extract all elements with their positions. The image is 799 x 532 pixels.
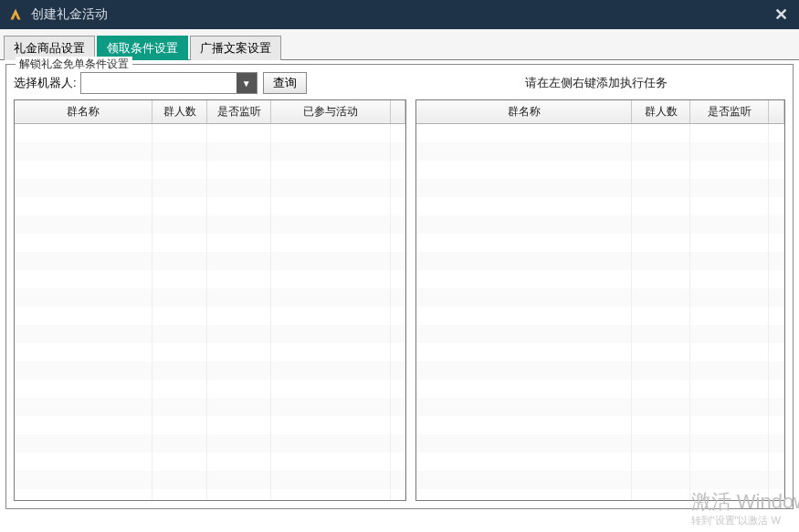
table-cell <box>152 234 207 252</box>
table-cell <box>632 380 690 398</box>
dropdown-icon[interactable]: ▼ <box>237 73 257 93</box>
table-cell <box>152 252 207 270</box>
table-row[interactable] <box>416 179 784 197</box>
table-row[interactable] <box>416 215 784 234</box>
table-cell <box>15 380 152 398</box>
column-header[interactable]: 是否监听 <box>690 100 769 124</box>
table-row[interactable] <box>15 325 405 343</box>
table-row[interactable] <box>15 215 405 234</box>
table-row[interactable] <box>15 179 405 197</box>
table-cell <box>690 270 769 288</box>
table-row[interactable] <box>15 307 405 325</box>
table-row[interactable] <box>15 197 405 215</box>
column-header[interactable]: 群名称 <box>416 100 632 124</box>
table-cell <box>15 288 152 307</box>
table-cell <box>390 361 405 380</box>
table-cell <box>768 215 783 234</box>
table-cell <box>632 142 690 161</box>
table-cell <box>207 489 271 502</box>
table-row[interactable] <box>15 252 405 270</box>
table-cell <box>271 124 390 142</box>
table-row[interactable] <box>15 471 405 489</box>
table-cell <box>15 142 152 161</box>
table-cell <box>632 361 690 380</box>
table-cell <box>632 124 690 142</box>
table-row[interactable] <box>416 471 784 489</box>
app-logo-icon <box>7 6 24 23</box>
table-row[interactable] <box>15 398 405 416</box>
table-cell <box>768 380 783 398</box>
tables-row: 群名称群人数是否监听已参与活动 群名称群人数是否监听 <box>14 99 785 501</box>
table-row[interactable] <box>416 361 784 380</box>
table-cell <box>15 234 152 252</box>
column-header[interactable]: 是否监听 <box>207 100 271 124</box>
table-row[interactable] <box>15 416 405 434</box>
table-row[interactable] <box>15 288 405 307</box>
table-cell <box>632 179 690 197</box>
robot-input[interactable] <box>81 73 237 93</box>
table-row[interactable] <box>15 343 405 361</box>
table-cell <box>390 453 405 471</box>
table-cell <box>768 234 783 252</box>
table-cell <box>207 252 271 270</box>
query-button[interactable]: 查询 <box>263 72 307 94</box>
column-header[interactable]: 群名称 <box>15 100 152 124</box>
table-row[interactable] <box>416 307 784 325</box>
table-cell <box>152 434 207 453</box>
table-cell <box>271 398 390 416</box>
table-row[interactable] <box>416 197 784 215</box>
table-cell <box>271 453 390 471</box>
table-cell <box>271 325 390 343</box>
table-row[interactable] <box>416 398 784 416</box>
column-header[interactable]: 群人数 <box>632 100 690 124</box>
table-cell <box>271 197 390 215</box>
table-row[interactable] <box>15 142 405 161</box>
table-row[interactable] <box>416 325 784 343</box>
table-row[interactable] <box>15 434 405 453</box>
table-row[interactable] <box>15 270 405 288</box>
table-row[interactable] <box>416 288 784 307</box>
close-icon[interactable]: ✕ <box>770 4 792 26</box>
table-row[interactable] <box>15 380 405 398</box>
table-cell <box>416 398 632 416</box>
table-cell <box>271 343 390 361</box>
table-row[interactable] <box>416 380 784 398</box>
table-row[interactable] <box>416 234 784 252</box>
column-header[interactable]: 群人数 <box>152 100 207 124</box>
robot-combobox[interactable]: ▼ <box>80 72 258 94</box>
table-cell <box>416 215 632 234</box>
table-row[interactable] <box>416 434 784 453</box>
table-cell <box>690 234 769 252</box>
table-cell <box>152 398 207 416</box>
table-cell <box>768 161 783 179</box>
column-header[interactable]: 已参与活动 <box>271 100 390 124</box>
table-row[interactable] <box>15 234 405 252</box>
table-row[interactable] <box>416 489 784 502</box>
table-cell <box>390 161 405 179</box>
right-table[interactable]: 群名称群人数是否监听 <box>415 99 785 501</box>
table-cell <box>632 398 690 416</box>
table-row[interactable] <box>15 124 405 142</box>
table-row[interactable] <box>15 361 405 380</box>
table-cell <box>416 270 632 288</box>
table-row[interactable] <box>416 416 784 434</box>
table-row[interactable] <box>15 453 405 471</box>
table-cell <box>390 197 405 215</box>
left-table[interactable]: 群名称群人数是否监听已参与活动 <box>14 99 406 501</box>
table-row[interactable] <box>15 489 405 502</box>
table-row[interactable] <box>416 270 784 288</box>
table-row[interactable] <box>416 142 784 161</box>
table-cell <box>632 252 690 270</box>
table-cell <box>768 416 783 434</box>
table-row[interactable] <box>416 343 784 361</box>
table-cell <box>690 325 769 343</box>
table-cell <box>416 142 632 161</box>
table-cell <box>15 252 152 270</box>
table-row[interactable] <box>416 252 784 270</box>
tab-broadcast-copy[interactable]: 广播文案设置 <box>190 36 281 60</box>
table-cell <box>271 161 390 179</box>
table-row[interactable] <box>416 124 784 142</box>
table-row[interactable] <box>416 161 784 179</box>
table-row[interactable] <box>416 453 784 471</box>
table-row[interactable] <box>15 161 405 179</box>
